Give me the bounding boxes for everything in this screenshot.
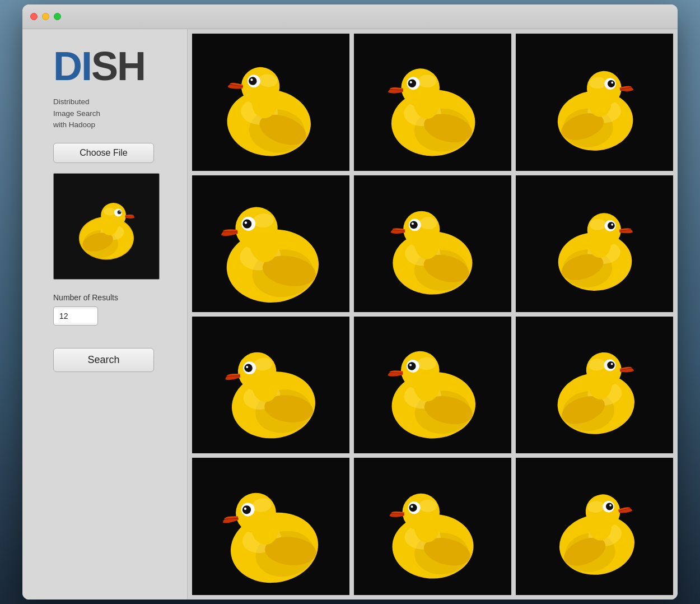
maximize-button[interactable] <box>54 13 61 20</box>
svg-point-65 <box>419 217 437 229</box>
app-description: Distributed Image Search with Hadoop <box>53 96 100 131</box>
query-image-preview <box>53 173 160 280</box>
results-grid <box>188 29 678 599</box>
minimize-button[interactable] <box>42 13 49 20</box>
title-bar <box>22 4 678 29</box>
choose-file-button[interactable]: Choose File <box>53 143 154 163</box>
logo-sh: SH <box>91 46 145 86</box>
result-image-4[interactable] <box>192 175 349 312</box>
result-image-1[interactable] <box>192 34 349 170</box>
result-image-7[interactable] <box>192 317 349 453</box>
num-results-spinner[interactable]: ▲ ▼ <box>53 306 98 326</box>
result-image-12[interactable] <box>516 458 673 594</box>
result-image-3[interactable] <box>516 34 673 170</box>
result-image-2[interactable] <box>354 34 511 170</box>
result-image-6[interactable] <box>516 175 673 312</box>
content-area: DI SH Distributed Image Search with Hado… <box>22 29 678 599</box>
svg-point-7 <box>102 203 125 227</box>
num-results-input[interactable] <box>54 309 98 323</box>
search-button[interactable]: Search <box>53 348 154 372</box>
app-window: DI SH Distributed Image Search with Hado… <box>22 4 678 599</box>
svg-point-8 <box>104 207 115 215</box>
result-image-8[interactable] <box>354 317 511 453</box>
svg-point-67 <box>410 221 418 229</box>
result-image-9[interactable] <box>516 317 673 453</box>
sidebar: DI SH Distributed Image Search with Hado… <box>22 29 188 599</box>
num-results-label: Number of Results <box>53 293 118 302</box>
logo-di: DI <box>53 46 91 86</box>
result-image-11[interactable] <box>354 458 511 594</box>
app-logo: DI SH <box>53 46 145 86</box>
close-button[interactable] <box>30 13 38 20</box>
result-image-5[interactable] <box>354 175 511 312</box>
svg-point-13 <box>119 211 120 212</box>
duck-preview-svg <box>67 187 146 266</box>
result-image-10[interactable] <box>192 458 349 594</box>
svg-point-64 <box>403 211 440 248</box>
